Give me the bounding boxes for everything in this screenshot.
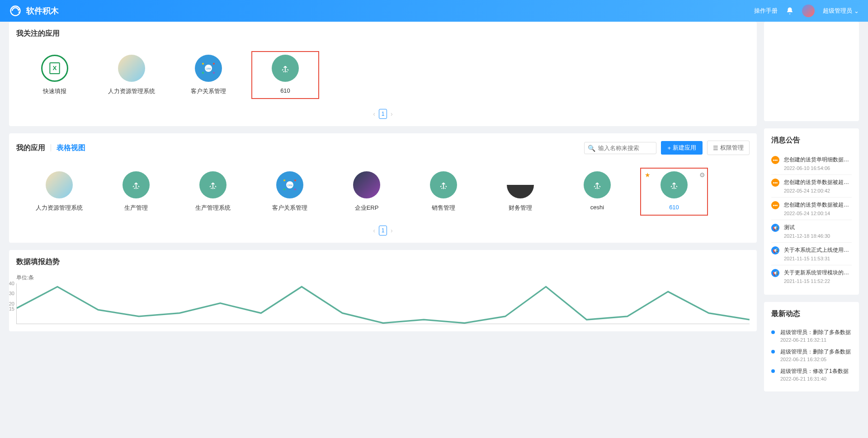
app-item-sales[interactable]: 销售管理 [423, 171, 464, 212]
msg-content: 关于更新系统管理模块的通知 2021-11-15 11:52:22 [784, 269, 852, 284]
app-item-quick-report[interactable]: X 快速填报 [34, 55, 75, 95]
msg-time: 2021-11-15 11:52:22 [784, 278, 852, 284]
activity-item[interactable]: 超级管理员：删除了多条数据 2022-06-21 16:32:05 [771, 345, 852, 365]
activity-time: 2022-06-21 16:32:05 [780, 357, 852, 362]
msg-content: 关于本系统正式上线使用的通知 2021-11-15 11:53:31 [784, 246, 852, 261]
announcement-item[interactable]: 📢 测试 2021-12-18 18:46:30 [771, 220, 852, 243]
msg-content: 您创建的送货单明细数据被超级管理... 2022-06-10 16:54:06 [784, 156, 852, 171]
app-item-ceshi[interactable]: ceshi [577, 171, 618, 212]
msg-title: 关于更新系统管理模块的通知 [784, 269, 852, 277]
app-name-label: 财务管理 [509, 204, 532, 212]
y-tick: 30 [9, 291, 17, 296]
empty-top-panel [764, 22, 859, 121]
svg-point-13 [283, 188, 285, 190]
activity-item[interactable]: 超级管理员：删除了多条数据 2022-06-21 16:32:11 [771, 326, 852, 345]
svg-point-8 [213, 72, 215, 74]
svg-point-14 [294, 188, 296, 190]
app-item-610[interactable]: ★ ⚙ 610 [654, 171, 694, 212]
my-apps-header: 我的应用 表格视图 🔍 + 新建应用 ☰ 权限管理 [16, 141, 750, 155]
activity-time: 2022-06-21 16:32:11 [780, 337, 852, 343]
followed-pagination: ‹ 1 › [16, 109, 750, 119]
activity-item[interactable]: 超级管理员：修改了1条数据 2022-06-21 16:31:40 [771, 365, 852, 384]
announcement-item[interactable]: 📢 关于更新系统管理模块的通知 2021-11-15 11:52:22 [771, 265, 852, 287]
page-prev[interactable]: ‹ [373, 110, 375, 118]
erp-icon [353, 171, 380, 198]
announcement-item[interactable]: ••• 您创建的送货单数据被超级管理员修... 2022-05-24 12:00… [771, 198, 852, 220]
announcement-item[interactable]: ••• 您创建的送货单明细数据被超级管理... 2022-06-10 16:54… [771, 152, 852, 175]
user-name-label: 超级管理员 [823, 7, 852, 15]
page-next[interactable]: › [391, 110, 393, 118]
person-icon [46, 171, 73, 198]
manual-link[interactable]: 操作手册 [754, 7, 778, 15]
activity-time: 2022-06-21 16:31:40 [780, 376, 852, 381]
msg-title: 关于本系统正式上线使用的通知 [784, 246, 852, 254]
search-wrap: 🔍 [584, 142, 656, 154]
speaker-icon: 📢 [771, 246, 779, 254]
app-item-hr[interactable]: 人力资源管理系统 [111, 55, 152, 95]
app-item-production[interactable]: 生产管理 [116, 171, 156, 212]
new-app-label: 新建应用 [673, 144, 696, 152]
header-right: 操作手册 超级管理员 ⌄ [754, 5, 859, 17]
msg-content: 您创建的送货单数据被超级管理员修... 2022-05-24 12:00:14 [784, 201, 852, 216]
app-name-label: 快速填报 [43, 87, 66, 95]
msg-time: 2021-12-18 18:46:30 [784, 233, 852, 239]
app-name-label: 客户关系管理 [272, 204, 307, 212]
star-icon[interactable]: ★ [645, 171, 651, 179]
list-icon: ☰ [713, 145, 718, 151]
gear-icon[interactable]: ⚙ [699, 171, 705, 179]
timeline-dot-icon [771, 369, 775, 373]
my-apps-panel: 我的应用 表格视图 🔍 + 新建应用 ☰ 权限管理 [9, 133, 757, 243]
activities-title: 最新动态 [771, 309, 852, 319]
app-item-finance[interactable]: 财务管理 [500, 171, 541, 212]
announcements-title: 消息公告 [771, 136, 852, 145]
followed-apps-title: 我关注的应用 [16, 29, 750, 38]
speaker-icon: 📢 [771, 269, 779, 277]
activities-panel: 最新动态 超级管理员：删除了多条数据 2022-06-21 16:32:11 超… [764, 302, 859, 391]
followed-apps-panel: 我关注的应用 X 快速填报 人力资源管理系统 CRM 客户关系管理 [9, 22, 757, 126]
chat-icon: ••• [771, 201, 779, 209]
logo-icon [9, 5, 22, 17]
new-app-button[interactable]: + 新建应用 [661, 141, 703, 155]
msg-time: 2022-05-24 12:00:14 [784, 211, 852, 216]
app-item-erp[interactable]: 企业ERP [346, 171, 387, 212]
leaf-icon [430, 171, 457, 198]
app-name-label: 人力资源管理系统 [108, 87, 155, 95]
excel-icon: X [41, 55, 68, 82]
announcements-list: ••• 您创建的送货单明细数据被超级管理... 2022-06-10 16:54… [771, 152, 852, 287]
app-item-crm[interactable]: CRM 客户关系管理 [269, 171, 310, 212]
app-item-610[interactable]: 610 [265, 55, 306, 95]
app-item-hr[interactable]: 人力资源管理系统 [39, 171, 80, 212]
header-left: 软件积木 [9, 5, 59, 17]
announcements-panel: 消息公告 ••• 您创建的送货单明细数据被超级管理... 2022-06-10 … [764, 128, 859, 295]
my-apps-pagination: ‹ 1 › [16, 226, 750, 235]
svg-point-12 [294, 179, 296, 181]
avatar[interactable] [802, 5, 815, 17]
page-prev[interactable]: ‹ [373, 227, 375, 234]
app-item-production-sys[interactable]: 生产管理系统 [193, 171, 233, 212]
page-number[interactable]: 1 [379, 226, 387, 235]
msg-time: 2022-05-24 12:00:42 [784, 188, 852, 193]
bell-icon[interactable] [786, 7, 794, 15]
tab-my-apps[interactable]: 我的应用 [16, 143, 45, 153]
app-name-label: 生产管理系统 [195, 204, 231, 212]
svg-text:CRM: CRM [287, 184, 292, 187]
person-icon [118, 55, 145, 82]
page-next[interactable]: › [391, 227, 393, 234]
leaf-icon [123, 171, 150, 198]
tab-table-view[interactable]: 表格视图 [57, 143, 85, 153]
svg-point-7 [202, 72, 204, 74]
page-number[interactable]: 1 [379, 109, 387, 119]
user-menu[interactable]: 超级管理员 ⌄ [823, 7, 859, 15]
msg-title: 测试 [784, 224, 852, 231]
msg-time: 2021-11-15 11:53:31 [784, 256, 852, 261]
svg-point-11 [283, 179, 285, 181]
app-name-label: 生产管理 [124, 204, 148, 212]
announcement-item[interactable]: 📢 关于本系统正式上线使用的通知 2021-11-15 11:53:31 [771, 243, 852, 265]
msg-time: 2022-06-10 16:54:06 [784, 165, 852, 171]
search-icon: 🔍 [588, 145, 595, 152]
permission-button[interactable]: ☰ 权限管理 [707, 141, 750, 155]
app-name-label: 客户关系管理 [191, 87, 226, 95]
msg-title: 您创建的送货单数据被超级管理员修... [784, 179, 852, 186]
app-item-crm[interactable]: CRM 客户关系管理 [188, 55, 229, 95]
announcement-item[interactable]: ••• 您创建的送货单数据被超级管理员修... 2022-05-24 12:00… [771, 175, 852, 198]
